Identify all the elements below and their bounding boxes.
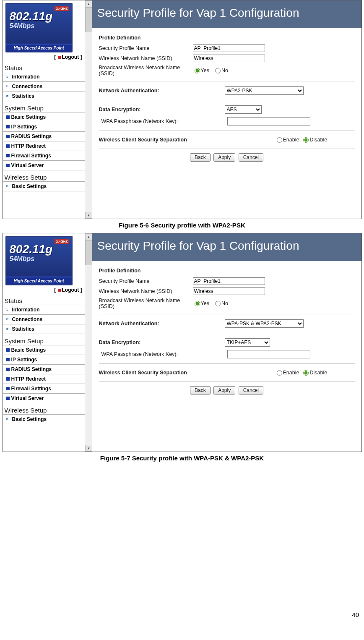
brand-rate: 54Mbps [10,22,72,30]
sidebar-item-label: HTTP Redirect [11,376,46,382]
sidebar-item[interactable]: ≈Connections [3,81,85,91]
broadcast-yes-radio[interactable] [195,68,200,73]
apply-button[interactable]: Apply [213,386,235,394]
separation-disable-label: Disable [309,137,327,143]
apply-button[interactable]: Apply [213,153,235,162]
auth-select[interactable]: WPA-PSK & WPA2-PSK [225,319,304,328]
wave-icon: ≈ [6,94,10,98]
figure-5-6: 2.4GHZ 802.11g 54Mbps High Speed Access … [3,0,362,219]
sidebar-item[interactable]: RADIUS Settings [3,364,85,374]
sidebar-item[interactable]: Virtual Server [3,393,85,403]
sidebar-item[interactable]: ≈Statistics [3,91,85,101]
scroll-down-icon[interactable]: ▾ [85,212,92,219]
square-icon [6,397,10,400]
sidebar-item[interactable]: Basic Settings [3,112,85,122]
profile-name-label: Security Profile Name [99,45,193,51]
sidebar-item-label: Virtual Server [11,395,44,401]
square-icon [6,115,10,119]
cancel-button[interactable]: Cancel [239,153,263,162]
sidebar-item-label: IP Settings [11,357,37,363]
square-icon [6,358,10,361]
wave-icon: ≈ [6,75,10,78]
passphrase-input[interactable] [227,117,310,125]
broadcast-yes-radio[interactable] [195,301,200,306]
separation-enable-radio[interactable] [277,137,282,143]
sidebar-item[interactable]: HTTP Redirect [3,141,85,151]
sidebar-item[interactable]: ≈Connections [3,314,85,324]
profile-name-input[interactable] [193,277,265,285]
sidebar-scrollbar[interactable]: ▴ ▾ [85,233,92,452]
sidebar-item[interactable]: ≈Information [3,72,85,82]
sidebar-item[interactable]: ≈Basic Settings [3,181,85,191]
scroll-down-icon[interactable]: ▾ [85,445,92,452]
wave-icon: ≈ [6,418,10,421]
ssid-input[interactable] [193,287,265,295]
sidebar-item-label: RADIUS Settings [11,133,52,139]
sidebar-item-label: Firewall Settings [11,153,51,159]
nav-section-system: System Setup [3,104,85,112]
nav-system-list: Basic SettingsIP SettingsRADIUS Settings… [3,112,85,170]
back-button[interactable]: Back [190,386,211,394]
scroll-up-icon[interactable]: ▴ [85,233,92,240]
enc-select[interactable]: TKIP+AES [225,338,270,347]
sidebar-item[interactable]: HTTP Redirect [3,374,85,384]
separation-enable-radio[interactable] [277,370,282,376]
sidebar-item[interactable]: Virtual Server [3,160,85,170]
separation-enable-label: Enable [283,137,299,143]
brand-tagline: High Speed Access Point [6,277,72,285]
sidebar-item[interactable]: ≈Basic Settings [3,414,85,424]
broadcast-yes-label: Yes [201,300,209,306]
enc-select[interactable]: AES [225,105,262,114]
page-number: 40 [0,609,364,618]
sidebar-item-label: Information [12,74,40,80]
logout-label: Logout [62,54,79,60]
separation-disable-radio[interactable] [303,370,309,376]
figure-5-7-caption: Figure 5-7 Security profile with WPA-PSK… [0,455,364,462]
sidebar-item[interactable]: ≈Statistics [3,324,85,334]
sidebar-item[interactable]: IP Settings [3,355,85,365]
brand-ghz-badge: 2.4GHZ [55,6,69,11]
profile-name-input[interactable] [193,44,265,52]
wave-icon: ≈ [6,318,10,321]
main-panel: Security Profile for Vap 1 Configuration… [92,233,361,452]
logout-link[interactable]: [ Logout ] [5,287,82,293]
sidebar-scrollbar[interactable]: ▴ ▾ [85,0,92,219]
scroll-up-icon[interactable]: ▴ [85,0,92,7]
logout-label: Logout [62,287,79,293]
wave-icon: ≈ [6,327,10,331]
sidebar-item[interactable]: Firewall Settings [3,384,85,394]
sidebar-item[interactable]: Firewall Settings [3,151,85,161]
square-icon [6,368,10,371]
logout-link[interactable]: [ Logout ] [5,54,82,60]
sidebar-item-label: Connections [12,316,43,322]
ssid-input[interactable] [193,55,265,62]
cancel-button[interactable]: Cancel [239,386,263,394]
ssid-label: Wireless Network Name (SSID) [99,55,193,61]
enc-label: Data Encryption: [99,107,225,112]
separation-disable-radio[interactable] [303,137,309,143]
nav-section-wireless: Wireless Setup [3,173,85,182]
broadcast-no-radio[interactable] [215,301,221,306]
square-icon [6,135,10,138]
passphrase-input[interactable] [227,350,310,358]
sidebar: 2.4GHZ 802.11g 54Mbps High Speed Access … [3,233,85,452]
logout-icon [58,56,61,59]
separation-label: Wireless Client Security Separation [99,370,275,376]
sidebar-item[interactable]: RADIUS Settings [3,131,85,141]
back-button[interactable]: Back [190,153,211,162]
sidebar-item[interactable]: IP Settings [3,122,85,132]
sidebar-item[interactable]: Basic Settings [3,345,85,355]
nav-section-wireless: Wireless Setup [3,406,85,415]
sidebar-item-label: Virtual Server [11,162,44,168]
brand-rate: 54Mbps [10,255,72,263]
broadcast-no-radio[interactable] [215,68,221,73]
profile-definition-heading: Profile Definition [99,35,355,41]
separation-label: Wireless Client Security Separation [99,137,275,143]
auth-select[interactable]: WPA2-PSK [225,86,304,95]
scroll-thumb[interactable] [85,240,92,265]
sidebar-item-label: Basic Settings [12,183,47,189]
scroll-thumb[interactable] [85,7,92,32]
page-title: Security Profile for Vap 1 Configuration [92,0,361,28]
separation-enable-label: Enable [283,370,299,376]
sidebar-item[interactable]: ≈Information [3,305,85,315]
